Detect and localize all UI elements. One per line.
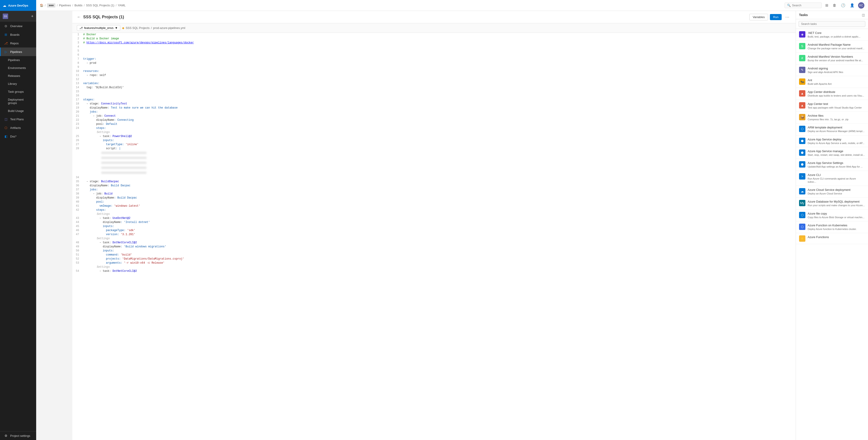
task-name: Azure Database for MySQL deployment: [808, 200, 865, 203]
task-item[interactable]: ⬢ Azure App Service manage Start, stop, …: [796, 147, 868, 159]
task-name: Android signing: [808, 67, 865, 70]
task-item[interactable]: S Android Manifest Package Name Change t…: [796, 41, 868, 53]
task-item[interactable]: # Android Manifest Version Numbers Bump …: [796, 53, 868, 64]
sidebar-item-boards[interactable]: ⊞ Boards: [0, 30, 36, 39]
sidebar-item-overview[interactable]: ⊙ Overview: [0, 22, 36, 30]
task-name: Azure App Service Settings: [808, 161, 865, 165]
tasks-panel-header: Tasks ◫: [796, 11, 868, 19]
sidebar-item-pipelines[interactable]: ▷ Pipelines: [0, 48, 36, 56]
breadcrumb-pipeline-name[interactable]: SSS SQL Projects (1): [86, 4, 114, 7]
task-icon: ◈: [799, 31, 805, 37]
task-item[interactable]: ▲ App Center test Test app packages with…: [796, 100, 868, 112]
sidebar-bottom: ⚙ Project settings: [0, 431, 36, 440]
more-options-button[interactable]: ⋯: [783, 13, 791, 20]
sidebar-item-project-settings[interactable]: ⚙ Project settings: [0, 432, 36, 440]
search-box[interactable]: 🔍: [784, 2, 822, 8]
line-content: - task: PowerShell@2: [81, 135, 796, 139]
line-content: - task: DotNetCoreCLI@2: [81, 241, 796, 245]
task-icon: ⬡: [799, 126, 805, 132]
task-item[interactable]: ☁ Azure Cloud Service deployment Deploy …: [796, 186, 868, 198]
code-line: 48 - task: DotNetCoreCLI@2: [72, 241, 796, 245]
code-line: 14 tag: '$(Build.BuildId)': [72, 86, 796, 90]
avatar[interactable]: KC: [858, 2, 864, 8]
code-line: 46 packageType: 'sdk': [72, 229, 796, 233]
breadcrumb-pipelines[interactable]: Pipelines: [59, 4, 71, 7]
task-item[interactable]: ⚡ Azure Functions: [796, 233, 868, 244]
main-layout: ← SSS SQL Projects (1) Variables Run ⋯ ⎇…: [72, 11, 868, 440]
line-number: 47: [72, 233, 81, 237]
task-info: Android Manifest Version Numbers Bump th…: [808, 55, 865, 62]
line-content: arguments: '-r win10-x64 -c Release': [81, 261, 796, 265]
branch-selector[interactable]: ⎇ features/multiple_envs ▼: [77, 25, 120, 31]
doc-icon: ◧: [4, 134, 8, 138]
tasks-collapse-button[interactable]: ◫: [862, 13, 865, 17]
search-input[interactable]: [792, 4, 819, 7]
line-content: - prod: [81, 61, 796, 65]
task-description: Update/Add App settings an Azure Web App…: [808, 165, 865, 168]
redacted-content: [101, 152, 147, 154]
task-item[interactable]: ⬢ Azure App Service deploy Deploy to Azu…: [796, 136, 868, 147]
task-description: Deploy an Azure Cloud Service: [808, 192, 865, 195]
line-number: 23: [72, 122, 81, 126]
code-line: 9: [72, 65, 796, 69]
code-line: 3# https://docs.microsoft.com/azure/devo…: [72, 41, 796, 45]
line-number: 22: [72, 118, 81, 122]
task-item[interactable]: > Azure CLI Run Azure CLI commands again…: [796, 171, 868, 186]
line-number: 40: [72, 200, 81, 204]
add-project-button[interactable]: +: [31, 14, 33, 19]
sidebar-item-test-plans[interactable]: ◫ Test Plans: [0, 115, 36, 123]
user-icon[interactable]: 👤: [849, 2, 855, 8]
breadcrumb-home[interactable]: 🏠: [40, 4, 43, 7]
sidebar-item-build-usage[interactable]: Build Usage: [0, 107, 36, 115]
task-item[interactable]: 📦 Archive files Compress files into .7z,…: [796, 112, 868, 123]
sidebar-item-environments[interactable]: Environments: [0, 64, 36, 72]
task-item[interactable]: ⬡ Azure Function on Kubernetes Deploy Az…: [796, 222, 868, 233]
variables-button[interactable]: Variables: [749, 14, 768, 20]
code-line: 37 jobs:: [72, 188, 796, 192]
task-item[interactable]: ▲ App Center distribute Distribute app b…: [796, 88, 868, 100]
line-number: 21: [72, 114, 81, 118]
code-line: Settings: [72, 130, 796, 135]
breadcrumb-builds[interactable]: Builds: [74, 4, 82, 7]
task-icon: ⬢: [799, 138, 805, 144]
sidebar-item-repos[interactable]: ⎇ Repos: [0, 39, 36, 48]
settings-icon: ⚙: [4, 434, 8, 438]
task-name: Azure Cloud Service deployment: [808, 188, 865, 192]
code-line: [72, 161, 796, 166]
sidebar-item-releases[interactable]: Releases: [0, 72, 36, 80]
sidebar-item-label: Pipelines: [8, 58, 20, 62]
task-icon: 🐜: [799, 79, 805, 85]
task-info: App Center distribute Distribute app bui…: [808, 90, 865, 97]
sidebar-item-task-groups[interactable]: Task groups: [0, 88, 36, 96]
content-area: ← SSS SQL Projects (1) Variables Run ⋯ ⎇…: [72, 11, 796, 440]
line-content: [81, 161, 796, 166]
task-icon: #: [799, 55, 805, 61]
grid-icon[interactable]: ⊞: [825, 2, 829, 8]
clock-icon[interactable]: 🕐: [840, 2, 846, 8]
task-item[interactable]: 🐜 Ant Build with Apache Ant: [796, 76, 868, 88]
task-item[interactable]: ◈ .NET Core Build, test, package, or pub…: [796, 29, 868, 41]
sidebar-item-label: Releases: [8, 74, 20, 78]
breadcrumb-project[interactable]: ■■■: [47, 3, 56, 7]
code-line: 38 - job: Build: [72, 192, 796, 196]
task-item[interactable]: ✎ Android signing Sign and align Android…: [796, 64, 868, 76]
task-item[interactable]: My Azure Database for MySQL deployment R…: [796, 198, 868, 209]
sidebar-item-pipelines-sub[interactable]: Pipelines: [0, 56, 36, 64]
tasks-search-input[interactable]: [799, 21, 865, 27]
task-item[interactable]: ⬡ Azure file copy Copy files to Azure Bl…: [796, 210, 868, 222]
line-number: 17: [72, 98, 81, 102]
sidebar-item-artifacts[interactable]: ⬡ Artifacts: [0, 123, 36, 132]
task-info: Azure App Service Settings Update/Add Ap…: [808, 161, 865, 168]
line-content: jobs:: [81, 188, 796, 192]
back-button[interactable]: ←: [77, 15, 81, 20]
task-item[interactable]: ⬡ ARM template deployment Deploy an Azur…: [796, 123, 868, 135]
task-item[interactable]: ⬢ Azure App Service Settings Update/Add …: [796, 159, 868, 171]
sidebar-item-deployment-groups[interactable]: Deployment groups: [0, 96, 36, 107]
line-content: [81, 90, 796, 94]
code-line: 44 displayName: 'Install dotnet': [72, 221, 796, 225]
sidebar-item-library[interactable]: Library: [0, 80, 36, 88]
sidebar-item-doc[interactable]: ◧ Doc*: [0, 132, 36, 141]
breadcrumb-yaml[interactable]: YAML: [118, 4, 125, 7]
trash-icon[interactable]: 🗑: [832, 2, 837, 8]
run-button[interactable]: Run: [770, 14, 782, 20]
